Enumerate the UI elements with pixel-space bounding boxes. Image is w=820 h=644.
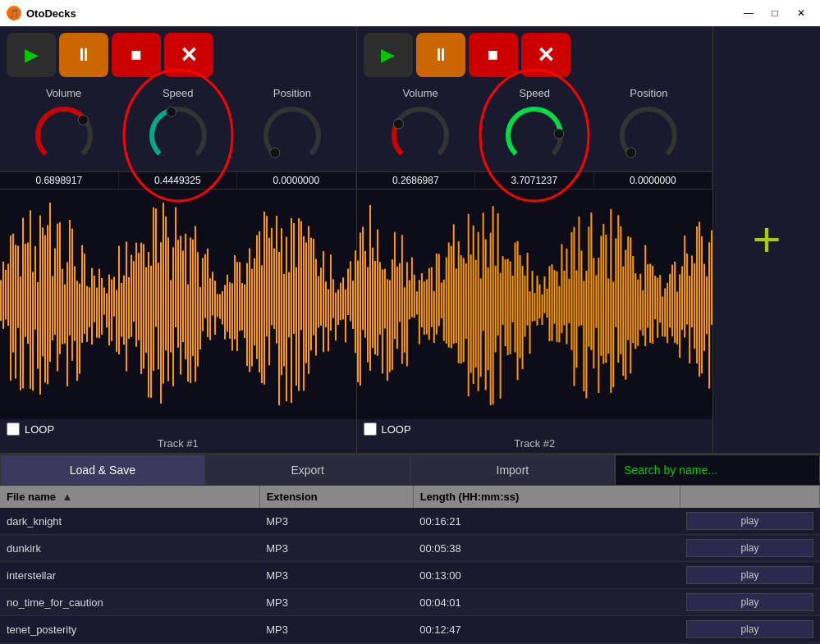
cell-extension: MP3 [259, 535, 413, 562]
deck1-loop-checkbox[interactable] [7, 422, 20, 436]
play-button[interactable]: play [686, 620, 813, 638]
deck1-position-value: 0.0000000 [237, 172, 356, 189]
play-button[interactable]: play [686, 539, 813, 557]
cell-length: 00:04:01 [413, 589, 680, 616]
deck1-track-label: Track #1 [7, 437, 350, 450]
deck1-play-button[interactable]: ▶ [7, 33, 56, 77]
deck2-volume-value: 0.2686987 [357, 172, 476, 189]
bottom-panel: Load & Save Export Import File name ▲ Ex… [0, 453, 820, 644]
deck2-values-row: 0.2686987 3.7071237 0.0000000 [357, 171, 713, 190]
cell-extension: MP3 [259, 616, 413, 643]
add-deck-button[interactable]: + [752, 215, 781, 264]
deck2-play-button[interactable]: ▶ [364, 33, 413, 77]
deck2-speed-value: 3.7071237 [475, 172, 594, 189]
deck2-position-section: Position [592, 87, 706, 168]
play-button[interactable]: play [686, 566, 813, 584]
deck2-close-button[interactable]: ✕ [521, 33, 570, 77]
deck1-volume-value: 0.6898917 [0, 172, 119, 189]
cell-play: play [680, 535, 819, 562]
cell-play: play [680, 562, 819, 589]
col-action [680, 486, 819, 508]
cell-length: 00:13:00 [413, 562, 680, 589]
deck2-speed-section: Speed [478, 87, 592, 168]
col-length: Length (HH:mm:ss) [413, 486, 680, 508]
window-controls: — □ ✕ [736, 5, 813, 21]
app-title: OtoDecks [26, 7, 76, 20]
deck1-values-row: 0.6898917 0.4449325 0.0000000 [0, 171, 356, 190]
deck2-track-label: Track #2 [364, 437, 707, 450]
deck1-waveform[interactable] [0, 190, 356, 419]
minimize-button[interactable]: — [736, 5, 761, 21]
deck1-pause-button[interactable]: ⏸ [59, 33, 108, 77]
table-row: no_time_for_caution MP3 00:04:01 play [0, 589, 820, 616]
col-extension: Extension [259, 486, 413, 508]
deck-2: ▶ ⏸ ■ ✕ Volume Speed Position [357, 26, 714, 453]
deck2-volume-section: Volume [364, 87, 478, 168]
deck2-volume-label: Volume [402, 87, 437, 99]
deck1-knobs-area: Volume Speed Position [0, 84, 356, 171]
maximize-button[interactable]: □ [763, 5, 787, 21]
deck1-footer: LOOP Track #1 [0, 419, 356, 453]
table-header-row: File name ▲ Extension Length (HH:mm:ss) [0, 486, 820, 508]
deck2-transport: ▶ ⏸ ■ ✕ [357, 26, 713, 84]
deck2-position-knob[interactable] [616, 103, 681, 168]
tab-import[interactable]: Import [410, 454, 616, 486]
cell-play: play [680, 589, 819, 616]
table-row: tenet_posterity MP3 00:12:47 play [0, 616, 820, 643]
cell-filename: dark_knight [0, 508, 259, 535]
cell-length: 00:05:38 [413, 535, 680, 562]
cell-extension: MP3 [259, 508, 413, 535]
cell-length: 00:12:47 [413, 616, 680, 643]
deck2-speed-knob[interactable] [502, 103, 567, 168]
deck1-position-label: Position [273, 87, 311, 99]
deck2-knobs-area: Volume Speed Position [357, 84, 713, 171]
close-button[interactable]: ✕ [789, 5, 813, 21]
cell-play: play [680, 616, 819, 643]
deck1-volume-knob[interactable] [31, 103, 97, 168]
table-row: interstellar MP3 00:13:00 play [0, 562, 820, 589]
deck1-volume-label: Volume [46, 87, 81, 99]
cell-filename: no_time_for_caution [0, 589, 259, 616]
deck1-speed-section: Speed [121, 87, 235, 168]
deck2-waveform[interactable] [357, 190, 713, 419]
deck1-position-knob[interactable] [259, 103, 325, 168]
deck1-speed-label: Speed [163, 87, 194, 99]
cell-length: 00:16:21 [413, 508, 680, 535]
deck1-speed-knob[interactable] [145, 103, 211, 168]
deck2-pause-button[interactable]: ⏸ [416, 33, 465, 77]
deck2-waveform-canvas[interactable] [357, 190, 713, 419]
play-button[interactable]: play [686, 593, 813, 611]
deck2-position-value: 0.0000000 [594, 172, 713, 189]
deck1-stop-button[interactable]: ■ [112, 33, 161, 77]
deck2-speed-label: Speed [519, 87, 550, 99]
table-row: dunkirk MP3 00:05:38 play [0, 535, 820, 562]
add-deck-area: + [713, 26, 820, 453]
deck1-loop-label: LOOP [25, 423, 54, 436]
play-button[interactable]: play [686, 512, 813, 530]
file-table-body: dark_knight MP3 00:16:21 play dunkirk MP… [0, 508, 820, 644]
deck2-stop-button[interactable]: ■ [469, 33, 518, 77]
cell-extension: MP3 [259, 589, 413, 616]
deck1-loop-row: LOOP [7, 422, 350, 436]
cell-filename: tenet_posterity [0, 616, 259, 643]
tab-export[interactable]: Export [205, 454, 410, 486]
deck2-loop-label: LOOP [382, 423, 411, 436]
deck2-volume-knob[interactable] [387, 103, 453, 168]
deck1-volume-section: Volume [7, 87, 121, 168]
search-input[interactable] [615, 454, 820, 486]
deck1-transport: ▶ ⏸ ■ ✕ [0, 26, 356, 84]
table-row: dark_knight MP3 00:16:21 play [0, 508, 820, 535]
deck2-loop-row: LOOP [364, 422, 707, 436]
tab-load-save[interactable]: Load & Save [0, 454, 205, 486]
tab-row: Load & Save Export Import [0, 454, 820, 486]
app-icon: 🎵 [7, 6, 21, 21]
deck1-speed-value: 0.4449325 [119, 172, 238, 189]
deck2-footer: LOOP Track #2 [357, 419, 713, 453]
cell-play: play [680, 508, 819, 535]
deck1-close-button[interactable]: ✕ [164, 33, 213, 77]
cell-filename: interstellar [0, 562, 259, 589]
deck1-waveform-canvas[interactable] [0, 190, 356, 419]
deck-area: ▶ ⏸ ■ ✕ Volume Speed Position [0, 26, 820, 453]
deck2-loop-checkbox[interactable] [364, 422, 377, 436]
cell-filename: dunkirk [0, 535, 259, 562]
